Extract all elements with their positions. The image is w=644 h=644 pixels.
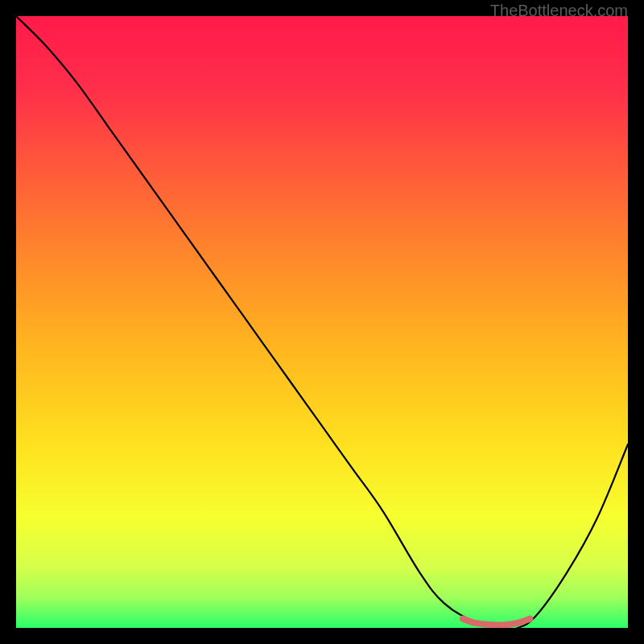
bottleneck-curve xyxy=(16,16,628,628)
target-range-marker xyxy=(463,619,530,625)
plot-area xyxy=(16,16,628,628)
chart-container: TheBottleneck.com xyxy=(0,0,644,644)
curve-layer xyxy=(16,16,628,628)
watermark-text: TheBottleneck.com xyxy=(490,2,628,20)
